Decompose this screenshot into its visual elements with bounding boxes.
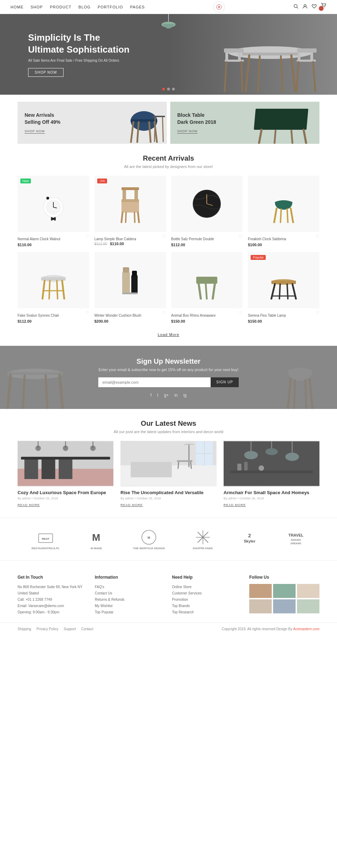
product-heart-2[interactable]: ♡ <box>162 234 166 239</box>
svg-line-87 <box>287 284 288 299</box>
product-heart-7[interactable]: ♡ <box>239 310 243 315</box>
newsletter-form: SIGN UP <box>98 377 239 387</box>
search-icon[interactable] <box>293 4 298 10</box>
nav-home[interactable]: HOME <box>11 5 24 9</box>
newsletter-subtitle: Enter your email & subscribe now to get … <box>99 368 238 372</box>
news-title-1: Cozy And Luxurious Space From Europe <box>18 490 113 495</box>
footer-bottom-contact[interactable]: Contact <box>81 627 93 631</box>
product-badge-popular-8: Popular <box>251 255 266 260</box>
newsletter-submit-button[interactable]: SIGN UP <box>211 377 239 387</box>
promo-shop-2[interactable]: SHOP NOW <box>177 129 198 134</box>
hero-dot-2[interactable] <box>167 88 170 90</box>
svg-line-95 <box>288 379 291 408</box>
gallery-thumb-4[interactable] <box>249 599 272 613</box>
svg-rect-104 <box>21 457 110 459</box>
news-read-more-3[interactable]: READ MORE <box>224 503 246 507</box>
brands-section: REST RESTAURATRICA.PL M M MADE M THE MOR… <box>0 518 337 561</box>
footer-call: Call: +01 1 2268 7749 <box>18 597 88 603</box>
footer-bottom-support[interactable]: Support <box>64 627 76 631</box>
footer-link-top-research[interactable]: Top Research <box>172 609 242 615</box>
svg-line-85 <box>292 284 296 299</box>
nav-links: HOME SHOP PRODUCT BLOG PORTFOLIO PAGES <box>11 5 145 9</box>
svg-line-54 <box>138 213 139 222</box>
svg-line-92 <box>60 375 62 408</box>
footer-link-contact[interactable]: Contact Us <box>95 590 165 597</box>
newsletter-email-input[interactable] <box>98 377 211 387</box>
footer-link-customer-services[interactable]: Customer Services <box>172 590 242 597</box>
product-name-4: Freakish Clock Sabbrina <box>248 237 286 241</box>
promo-img-2 <box>249 102 319 144</box>
load-more-link[interactable]: Load More <box>158 332 179 337</box>
svg-line-93 <box>23 376 25 408</box>
footer-col-help: Need Help Online Store Customer Services… <box>172 575 242 615</box>
instagram-icon[interactable]: ig <box>183 393 186 398</box>
news-meta-2: By admin • October 26, 2018 <box>120 497 216 500</box>
svg-line-84 <box>271 284 275 299</box>
product-heart-8[interactable]: ♡ <box>316 310 319 315</box>
nav-blog[interactable]: BLOG <box>79 5 91 9</box>
news-read-more-2[interactable]: READ MORE <box>120 503 143 507</box>
svg-line-97 <box>294 380 295 408</box>
footer-link-returns[interactable]: Returns & Refunds <box>95 597 165 603</box>
product-price-1: $110.00 <box>18 243 89 247</box>
footer-link-top-brands[interactable]: Top Brands <box>172 603 242 609</box>
product-heart-1[interactable]: ♡ <box>85 234 89 239</box>
nav-portfolio[interactable]: PORTFOLIO <box>98 5 123 9</box>
footer-link-popular[interactable]: Top Popular <box>95 609 165 615</box>
footer-link-online-store[interactable]: Online Store <box>172 584 242 590</box>
nav-pages[interactable]: PAGES <box>130 5 145 9</box>
news-read-more-1[interactable]: READ MORE <box>18 503 40 507</box>
gallery-thumb-6[interactable] <box>297 599 319 613</box>
product-heart-4[interactable]: ♡ <box>316 234 319 239</box>
hero-dot-1[interactable] <box>162 88 165 90</box>
svg-rect-129 <box>237 464 242 471</box>
svg-rect-115 <box>177 460 192 462</box>
newsletter-title: Sign Up Newsletter <box>137 357 200 365</box>
gallery-thumb-5[interactable] <box>273 599 296 613</box>
wishlist-icon[interactable] <box>312 4 317 10</box>
gallery-thumb-2[interactable] <box>273 584 296 598</box>
footer-link-promotion[interactable]: Promotion <box>172 597 242 603</box>
product-heart-6[interactable]: ♡ <box>162 310 166 315</box>
footer-bottom-shipping[interactable]: Shipping <box>18 627 31 631</box>
nav-shop[interactable]: SHOP <box>31 5 43 9</box>
hero-title: Simplicity Is The Ultimate Sophisticatio… <box>28 32 130 56</box>
svg-line-16 <box>242 62 242 91</box>
svg-line-86 <box>279 284 280 299</box>
svg-line-28 <box>131 122 133 142</box>
footer-link-wishlist[interactable]: My Wishlist <box>95 603 165 609</box>
svg-rect-130 <box>244 462 247 470</box>
gallery-thumb-3[interactable] <box>297 584 319 598</box>
footer-link-faq[interactable]: FAQ's <box>95 584 165 590</box>
brand-1: REST RESTAURATRICA.PL <box>32 529 60 550</box>
gallery-thumb-1[interactable] <box>249 584 272 598</box>
svg-line-69 <box>49 281 50 299</box>
product-heart-5[interactable]: ♡ <box>85 310 89 315</box>
footer-copy-link[interactable]: Acemaxtern.com <box>293 627 319 631</box>
logo[interactable] <box>213 1 225 13</box>
footer-bottom-privacy[interactable]: Privacy Policy <box>37 627 58 631</box>
nav-product[interactable]: PRODUCT <box>50 5 71 9</box>
product-heart-3[interactable]: ♡ <box>239 234 243 239</box>
linkedin-icon[interactable]: in <box>174 393 178 398</box>
svg-line-62 <box>291 208 293 222</box>
facebook-icon[interactable]: f <box>150 393 151 398</box>
cart-icon[interactable]: 0 <box>321 3 326 11</box>
hero-dot-3[interactable] <box>172 88 175 90</box>
svg-line-15 <box>225 62 226 91</box>
newsletter-section: Sign Up Newsletter Enter your email & su… <box>0 346 337 409</box>
user-icon[interactable] <box>303 4 308 10</box>
svg-line-12 <box>258 56 260 91</box>
hero-cta-button[interactable]: SHOP NOW <box>28 68 64 77</box>
product-card-6: Winter Wonder Cushion Blush ♡ $200.00 <box>94 252 166 323</box>
promo-shop-1[interactable]: SHOP NOW <box>25 129 45 134</box>
product-img-6 <box>94 252 166 308</box>
product-img-8: Popular <box>248 252 319 308</box>
svg-point-1 <box>294 5 297 8</box>
brand-2: M M MADE <box>87 529 105 550</box>
googleplus-icon[interactable]: g+ <box>164 393 169 398</box>
twitter-icon[interactable]: t <box>157 393 158 398</box>
svg-rect-101 <box>25 458 38 479</box>
recent-arrivals-title: Recent Arrivals <box>0 154 337 162</box>
product-name-3: Bottle Salz Permule Double <box>171 237 214 241</box>
